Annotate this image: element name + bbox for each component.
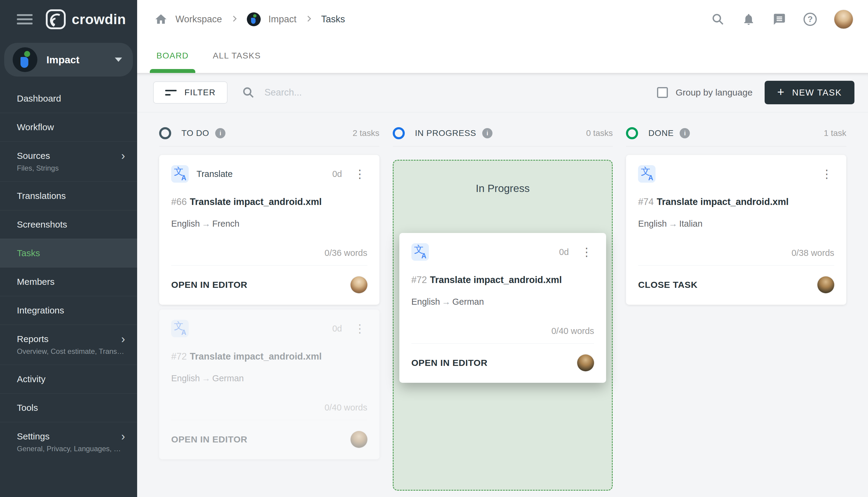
source-language: English xyxy=(171,219,200,228)
assignee-avatar[interactable] xyxy=(577,354,594,371)
info-icon[interactable]: i xyxy=(215,128,225,138)
sidebar-item-workflow[interactable]: Workflow › xyxy=(0,113,137,141)
column-done: DONE i 1 task 文A ⋮ #74Translate impact_a… xyxy=(626,125,846,497)
sidebar-item-tools[interactable]: Tools › xyxy=(0,393,137,422)
breadcrumb-workspace[interactable]: Workspace xyxy=(175,14,222,25)
task-title-text: Translate impact_android.xml xyxy=(190,197,322,207)
card-header: 文A ⋮ xyxy=(638,165,834,183)
source-language: English xyxy=(638,219,667,228)
sidebar-item-sublabel: Overview, Cost estimate, Transl… xyxy=(17,347,125,356)
sidebar-item-sources[interactable]: Sources › Files, Strings xyxy=(0,141,137,182)
assignee-avatar[interactable] xyxy=(351,431,367,448)
sidebar-item-label: Integrations xyxy=(17,305,125,315)
project-logo-icon xyxy=(13,47,37,72)
topbar-icons: ? xyxy=(711,10,853,29)
arrow-right-icon: → xyxy=(200,373,212,383)
source-language: English xyxy=(171,373,200,383)
open-in-editor-link[interactable]: OPEN IN EDITOR xyxy=(411,358,488,368)
breadcrumb: Workspace Impact Tasks xyxy=(154,12,711,26)
search-input[interactable] xyxy=(264,87,434,98)
card-menu-icon[interactable]: ⋮ xyxy=(352,168,367,180)
crowdin-logo[interactable]: crowdin xyxy=(46,9,126,29)
project-selector[interactable]: Impact xyxy=(4,43,133,76)
task-days-label: 0d xyxy=(332,169,342,179)
status-circle-icon xyxy=(393,127,405,139)
card-menu-icon[interactable]: ⋮ xyxy=(819,168,834,180)
breadcrumb-project-icon xyxy=(247,12,261,26)
breadcrumb-project[interactable]: Impact xyxy=(269,14,297,25)
sidebar-item-integrations[interactable]: Integrations › xyxy=(0,296,137,325)
task-number: #72 xyxy=(171,351,187,362)
task-title-text: Translate impact_android.xml xyxy=(190,351,322,362)
column-divider xyxy=(393,146,613,146)
sidebar-item-activity[interactable]: Activity › xyxy=(0,365,137,393)
open-in-editor-link[interactable]: OPEN IN EDITOR xyxy=(171,280,247,290)
task-card-72[interactable]: 文A 0d ⋮ #72Translate impact_android.xml … xyxy=(159,310,380,459)
sidebar-item-dashboard[interactable]: Dashboard › xyxy=(0,84,137,113)
card-header: 文A Translate 0d ⋮ xyxy=(171,165,367,183)
task-title-text: Translate impact_android.xml xyxy=(657,197,789,207)
tab-all-tasks[interactable]: ALL TASKS xyxy=(206,39,267,73)
in-progress-dropzone[interactable]: In Progress 文A 0d ⋮ #72Translate impact_… xyxy=(393,160,613,491)
hamburger-menu-icon[interactable] xyxy=(17,14,32,25)
task-card-72[interactable]: 文A 0d ⋮ #72Translate impact_android.xml … xyxy=(399,233,607,383)
target-language: Italian xyxy=(679,219,702,228)
tab-board[interactable]: BOARD xyxy=(150,39,195,73)
info-icon[interactable]: i xyxy=(680,128,690,138)
sidebar-nav: Dashboard › Workflow › Sources › Files, … xyxy=(0,84,137,497)
column-header: TO DO i 2 tasks xyxy=(159,125,380,142)
help-icon[interactable]: ? xyxy=(803,13,817,26)
filter-button[interactable]: FILTER xyxy=(153,81,228,104)
sidebar-item-members[interactable]: Members › xyxy=(0,267,137,296)
assignee-avatar[interactable] xyxy=(817,276,834,293)
task-title: #72Translate impact_android.xml xyxy=(411,274,594,286)
bell-icon[interactable] xyxy=(742,13,755,26)
home-icon[interactable] xyxy=(154,13,168,26)
task-card-66[interactable]: 文A Translate 0d ⋮ #66Translate impact_an… xyxy=(159,155,380,305)
open-in-editor-link[interactable]: OPEN IN EDITOR xyxy=(171,434,247,444)
card-menu-icon[interactable]: ⋮ xyxy=(352,323,367,334)
new-task-label: NEW TASK xyxy=(792,88,842,98)
sidebar-item-label: Reports xyxy=(17,334,121,344)
sidebar-item-label: Workflow xyxy=(17,122,125,132)
user-avatar[interactable] xyxy=(834,10,853,29)
sidebar-item-tasks[interactable]: Tasks › xyxy=(0,239,137,267)
column-header: DONE i 1 task xyxy=(626,125,846,142)
sidebar-item-translations[interactable]: Translations › xyxy=(0,182,137,210)
close-task-link[interactable]: CLOSE TASK xyxy=(638,280,697,290)
task-days-label: 0d xyxy=(332,324,342,333)
toolbar: FILTER Group by language + NEW TASK xyxy=(137,73,868,112)
chevron-right-icon: › xyxy=(121,336,125,343)
column-task-count: 0 tasks xyxy=(586,128,613,138)
breadcrumb-page-tasks: Tasks xyxy=(321,14,345,25)
info-icon[interactable]: i xyxy=(482,128,493,138)
target-language: French xyxy=(212,219,239,228)
sidebar-item-screenshots[interactable]: Screenshots › xyxy=(0,210,137,239)
card-footer: OPEN IN EDITOR xyxy=(171,276,367,293)
task-word-progress: 0/40 words xyxy=(171,403,367,413)
task-word-progress: 0/40 words xyxy=(411,326,594,336)
assignee-avatar[interactable] xyxy=(351,276,367,293)
source-language: English xyxy=(411,297,440,307)
task-language-pair: English→German xyxy=(171,373,367,383)
task-card-74[interactable]: 文A ⋮ #74Translate impact_android.xml Eng… xyxy=(626,155,846,305)
search-icon xyxy=(242,86,255,99)
task-number: #74 xyxy=(638,197,654,207)
column-header: IN PROGRESS i 0 tasks xyxy=(393,125,613,142)
sidebar-item-label: Tasks xyxy=(17,248,125,258)
group-by-language-toggle[interactable]: Group by language xyxy=(657,87,753,98)
card-menu-icon[interactable]: ⋮ xyxy=(579,246,594,258)
board-content: FILTER Group by language + NEW TASK TO D… xyxy=(137,73,868,497)
card-footer: OPEN IN EDITOR xyxy=(411,354,594,371)
chat-icon[interactable] xyxy=(773,13,786,26)
sidebar-item-settings[interactable]: Settings › General, Privacy, Languages, … xyxy=(0,422,137,462)
group-by-language-checkbox[interactable] xyxy=(657,87,668,98)
column-task-count: 2 tasks xyxy=(353,128,380,138)
search-icon[interactable] xyxy=(711,13,725,26)
new-task-button[interactable]: + NEW TASK xyxy=(765,81,854,104)
topbar: Workspace Impact Tasks ? xyxy=(137,0,868,39)
sidebar-item-reports[interactable]: Reports › Overview, Cost estimate, Trans… xyxy=(0,325,137,365)
tabs: BOARD ALL TASKS xyxy=(137,39,868,73)
column-cards: 文A ⋮ #74Translate impact_android.xml Eng… xyxy=(626,155,846,305)
sidebar-item-label: Members xyxy=(17,277,125,287)
